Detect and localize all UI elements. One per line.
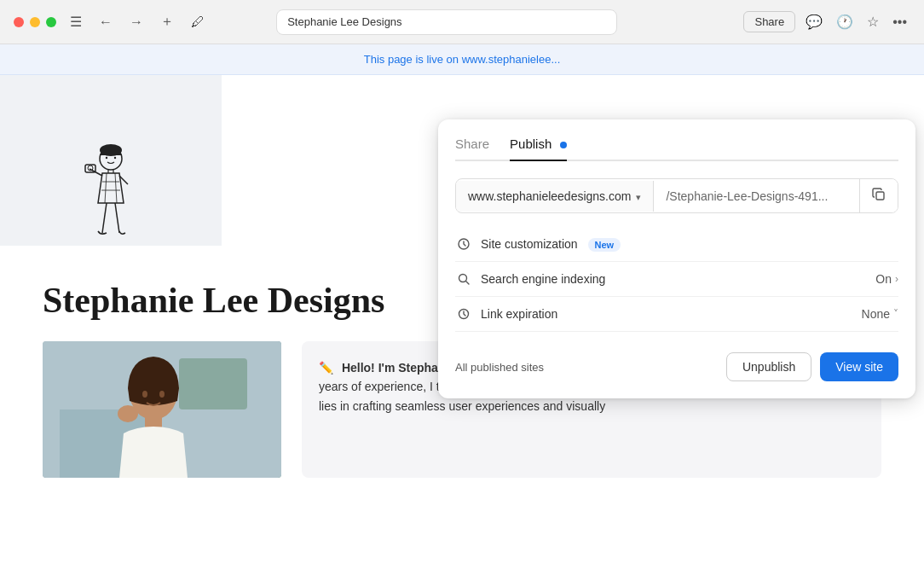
new-tab-button[interactable]: ＋ bbox=[157, 9, 177, 34]
url-copy-button[interactable] bbox=[859, 179, 898, 212]
svg-point-2 bbox=[106, 157, 107, 159]
svg-point-21 bbox=[159, 391, 165, 398]
tab-publish[interactable]: Publish bbox=[510, 136, 567, 161]
svg-line-27 bbox=[466, 282, 470, 285]
all-published-sites-link[interactable]: All published sites bbox=[455, 361, 544, 374]
live-banner-text: This page is live on www.stephanielee... bbox=[364, 53, 561, 66]
link-expiration-row[interactable]: Link expiration None ˅ bbox=[455, 297, 898, 332]
svg-line-15 bbox=[115, 203, 119, 233]
browser-chrome: ☰ ← → ＋ 🖊 Stephanie Lee Designs Share 💬 … bbox=[0, 0, 924, 44]
svg-point-3 bbox=[114, 157, 116, 159]
forward-button[interactable]: → bbox=[126, 11, 147, 33]
bookmark-icon[interactable]: ☆ bbox=[863, 10, 882, 33]
link-expiration-label: Link expiration bbox=[481, 307, 862, 321]
share-button[interactable]: Share bbox=[743, 11, 795, 32]
url-domain[interactable]: www.stephanieleedesigns.com bbox=[456, 181, 654, 212]
tab-share[interactable]: Share bbox=[455, 136, 489, 161]
footer-buttons: Unpublish View site bbox=[726, 352, 898, 381]
back-button[interactable]: ← bbox=[95, 11, 116, 33]
popup-overlay: Share Publish www.stephanieleedesigns.co… bbox=[438, 119, 915, 398]
illustration-area bbox=[0, 75, 222, 246]
customization-icon bbox=[455, 238, 472, 250]
svg-line-14 bbox=[102, 203, 107, 233]
svg-point-20 bbox=[142, 391, 147, 398]
svg-line-9 bbox=[115, 173, 117, 203]
more-options-icon[interactable]: ••• bbox=[889, 11, 910, 33]
profile-photo bbox=[43, 341, 281, 478]
live-banner: This page is live on www.stephanielee... bbox=[0, 44, 924, 75]
chrome-right-controls: Share 💬 🕐 ☆ ••• bbox=[743, 10, 910, 33]
pencil-icon: ✏️ bbox=[319, 358, 333, 377]
extensions-icon[interactable]: 🖊 bbox=[188, 11, 208, 33]
svg-line-8 bbox=[105, 173, 107, 203]
search-icon bbox=[455, 273, 472, 285]
tab-active-dot bbox=[560, 142, 567, 148]
search-indexing-row[interactable]: Search engine indexing On › bbox=[455, 262, 898, 297]
photo-svg bbox=[43, 341, 281, 478]
svg-rect-17 bbox=[179, 358, 247, 409]
url-path: /Stephanie-Lee-Designs-491... bbox=[654, 181, 859, 212]
link-expiration-value-text: None bbox=[862, 307, 890, 321]
site-customization-row[interactable]: Site customization New bbox=[455, 227, 898, 262]
url-bar: www.stephanieleedesigns.com /Stephanie-L… bbox=[455, 178, 898, 213]
search-indexing-label: Search engine indexing bbox=[481, 272, 875, 286]
svg-rect-24 bbox=[876, 192, 884, 200]
address-bar[interactable]: Stephanie Lee Designs bbox=[276, 9, 617, 35]
maximize-button[interactable] bbox=[46, 17, 56, 27]
copy-icon bbox=[872, 188, 886, 201]
hamburger-icon[interactable]: ☰ bbox=[66, 10, 85, 33]
search-indexing-value-text: On bbox=[875, 272, 892, 286]
character-illustration bbox=[77, 143, 145, 246]
tab-publish-label: Publish bbox=[510, 136, 552, 151]
popup-tabs: Share Publish bbox=[455, 136, 898, 161]
history-icon[interactable]: 🕐 bbox=[833, 10, 857, 33]
link-expiration-chevron: ˅ bbox=[893, 308, 898, 320]
svg-point-1 bbox=[100, 144, 122, 156]
url-domain-text: www.stephanieleedesigns.com bbox=[468, 189, 631, 203]
traffic-lights bbox=[14, 17, 56, 27]
address-text: Stephanie Lee Designs bbox=[287, 15, 401, 28]
close-button[interactable] bbox=[14, 17, 24, 27]
new-badge: New bbox=[588, 238, 621, 252]
search-indexing-chevron: › bbox=[895, 273, 898, 285]
customization-text: Site customization bbox=[481, 237, 578, 251]
popup-footer: All published sites Unpublish View site bbox=[455, 346, 898, 381]
search-indexing-value[interactable]: On › bbox=[875, 272, 898, 286]
minimize-button[interactable] bbox=[30, 17, 40, 27]
url-domain-chevron bbox=[636, 189, 641, 203]
expiration-icon bbox=[455, 308, 472, 320]
view-site-button[interactable]: View site bbox=[820, 352, 898, 381]
link-expiration-value[interactable]: None ˅ bbox=[862, 307, 898, 321]
unpublish-button[interactable]: Unpublish bbox=[726, 352, 811, 381]
site-customization-label: Site customization New bbox=[481, 237, 898, 251]
page-content: Stephanie Lee Designs bbox=[0, 75, 924, 573]
chat-icon[interactable]: 💬 bbox=[802, 10, 826, 33]
publish-popup: Share Publish www.stephanieleedesigns.co… bbox=[438, 119, 915, 398]
svg-point-23 bbox=[118, 405, 138, 422]
